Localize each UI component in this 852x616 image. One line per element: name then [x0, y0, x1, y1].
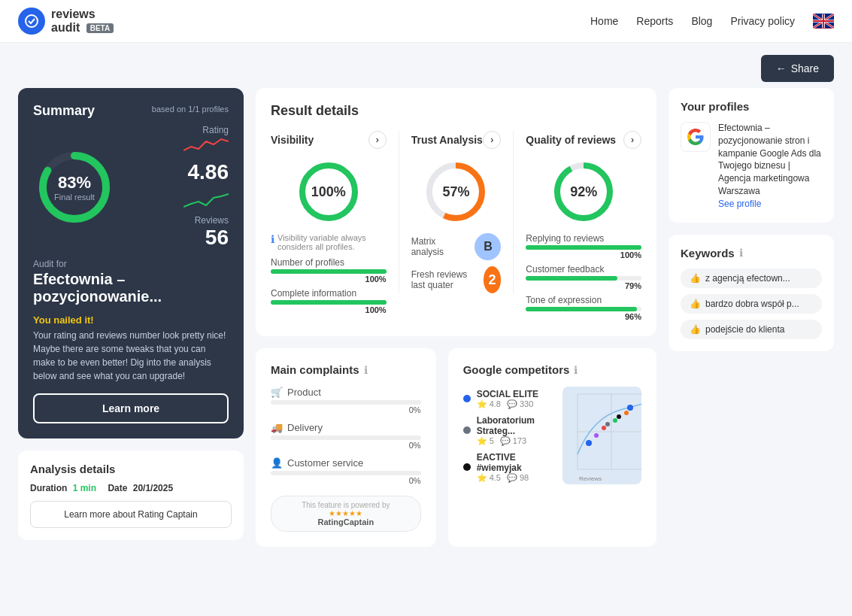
comp-dot-2: [463, 426, 471, 434]
rating-label: Rating: [183, 125, 229, 135]
summary-title: Summary: [33, 103, 95, 119]
replying-metric: Replying to reviews 100%: [526, 233, 641, 259]
complete-info-metric: Complete information 100%: [271, 288, 387, 314]
feedback-metric: Customer feedback 79%: [526, 264, 641, 290]
svg-point-30: [605, 422, 610, 426]
comp-dot-3: [463, 463, 471, 471]
keywords-title-row: Keywords ℹ: [681, 247, 822, 259]
audit-for-label: Audit for: [33, 259, 229, 269]
competitors-scatter-chart: Reviews Rating: [562, 387, 641, 484]
comp3-star: ⭐ 4.5: [477, 473, 501, 483]
share-label: Share: [791, 62, 819, 74]
final-result-donut: 83% Final result: [33, 146, 116, 229]
nav-privacy[interactable]: Privacy policy: [730, 15, 795, 27]
complaints-info-icon[interactable]: ℹ: [364, 364, 368, 376]
based-on-text: based on 1/1 profiles: [152, 105, 229, 114]
complaint-delivery: 🚚 Delivery 0%: [271, 422, 421, 450]
share-icon: ←: [776, 62, 787, 74]
nailed-desc: Your rating and reviews number look pret…: [33, 329, 229, 383]
comp2-star: ⭐ 5: [477, 436, 494, 446]
keyword-tag-1: 👍 z agencją efectown...: [681, 269, 822, 288]
comp-dot-1: [463, 395, 471, 402]
nav-blog[interactable]: Blog: [691, 15, 712, 27]
visibility-pct: 100%: [311, 184, 346, 199]
tone-metric: Tone of expression 96%: [526, 295, 641, 321]
summary-card: Summary based on 1/1 profiles 83% Final …: [18, 88, 244, 438]
visibility-title: Visibility ›: [271, 131, 387, 149]
result-details-card: Result details Visibility ›: [256, 88, 656, 336]
keyword-tags: 👍 z agencją efectown... 👍 bardzo dobra w…: [681, 269, 822, 339]
complaint-product: 🛒 Product 0%: [271, 387, 421, 414]
final-label: Final result: [54, 193, 95, 202]
visibility-metrics: Number of profiles 100% Complete informa…: [271, 257, 387, 314]
complaints-list: 🛒 Product 0% 🚚 Delivery 0%: [271, 387, 421, 485]
keywords-info-icon[interactable]: ℹ: [739, 247, 743, 259]
competitor-3: EACTIVE #wiemyjak ⭐ 4.5 💬 98: [463, 452, 554, 483]
comp3-reviews: 💬 98: [507, 473, 529, 483]
nav-reports[interactable]: Reports: [636, 15, 673, 27]
left-column: Summary based on 1/1 profiles 83% Final …: [18, 88, 244, 547]
competitors-layout: SOCIAL ELITE ⭐ 4.8 💬 330 Laboratorium St…: [463, 387, 641, 484]
reviews-sparkline: [183, 190, 229, 213]
visibility-note: ℹ Visibility variable always considers a…: [271, 233, 387, 251]
complaints-card: Main complaints ℹ 🛒 Product 0%: [256, 348, 436, 547]
comp1-star: ⭐ 4.8: [477, 399, 501, 409]
nav: Home Reports Blog Privacy policy: [590, 14, 834, 29]
share-button[interactable]: ← Share: [761, 55, 834, 82]
result-details-title: Result details: [271, 103, 641, 119]
rating-captain-link-button[interactable]: Learn more about Rating Captain: [30, 501, 232, 528]
visibility-section: Visibility › 100%: [271, 131, 387, 314]
nav-home[interactable]: Home: [590, 15, 618, 27]
competitor-1: SOCIAL ELITE ⭐ 4.8 💬 330: [463, 389, 554, 409]
keywords-title: Keywords: [681, 247, 735, 259]
logo-area: reviews audit BETA: [18, 8, 114, 35]
thumb-up-icon-2: 👍: [690, 299, 701, 309]
fresh-reviews-row: Fresh reviews last quater 2: [411, 266, 502, 293]
competitors-chart: Reviews Rating: [562, 387, 641, 484]
truck-icon: 🚚: [271, 422, 283, 433]
final-pct: 83%: [54, 173, 95, 193]
right-column: Your profiles Efectownia – pozycjonowani…: [669, 88, 834, 547]
trust-title: Trust Analysis ›: [411, 131, 502, 149]
competitors-card: Google competitors ℹ SOCIAL ELITE ⭐ 4.8 …: [448, 348, 656, 547]
matrix-class-badge: B: [475, 233, 501, 260]
summary-metrics: 83% Final result Rating 4.86: [33, 125, 229, 250]
reviews-label: Reviews: [183, 215, 229, 226]
result-grid: Visibility › 100%: [271, 131, 641, 321]
analysis-title: Analysis details: [30, 463, 232, 475]
profiles-title: Your profiles: [681, 100, 822, 113]
audit-name: Efectownia – pozycjonowanie...: [33, 271, 229, 305]
cart-icon: 🛒: [271, 387, 283, 398]
google-logo: [681, 122, 711, 152]
quality-pct: 92%: [570, 184, 597, 199]
rating-sparkline: [183, 135, 229, 158]
see-profile-link[interactable]: See profile: [718, 199, 761, 209]
middle-column: Result details Visibility ›: [256, 88, 656, 547]
duration-label: Duration: [30, 483, 67, 493]
comp-info-2: Laboratorium Strateg... ⭐ 5 💬 173: [477, 415, 554, 446]
competitors-info-icon[interactable]: ℹ: [574, 364, 578, 376]
audit-for: Audit for Efectownia – pozycjonowanie...: [33, 259, 229, 305]
complaints-title: Main complaints: [271, 363, 359, 376]
visibility-circle: 100%: [271, 158, 387, 226]
date-value: 20/1/2025: [133, 483, 173, 493]
learn-more-button[interactable]: Learn more: [33, 393, 229, 423]
complaints-title-row: Main complaints ℹ: [271, 363, 421, 376]
nailed-text: You nailed it!: [33, 314, 229, 326]
share-button-wrap: ← Share: [0, 43, 852, 88]
svg-point-0: [26, 15, 38, 27]
reviews-value: 56: [183, 226, 229, 250]
competitors-title: Google competitors: [463, 363, 570, 376]
beta-badge: BETA: [86, 23, 114, 33]
right-metrics: Rating 4.86 Reviews 56: [183, 125, 229, 250]
quality-section: Quality of reviews › 92%: [526, 131, 641, 321]
keyword-tag-2: 👍 bardzo dobra współ p...: [681, 294, 822, 314]
header: reviews audit BETA Home Reports Blog Pri…: [0, 0, 852, 43]
comp2-reviews: 💬 173: [500, 436, 526, 446]
trust-expand-button[interactable]: ›: [483, 131, 501, 149]
visibility-expand-button[interactable]: ›: [368, 131, 387, 149]
comp-info-1: SOCIAL ELITE ⭐ 4.8 💬 330: [477, 389, 554, 409]
quality-expand-button[interactable]: ›: [623, 131, 641, 149]
svg-point-27: [624, 411, 629, 415]
comp1-reviews: 💬 330: [507, 399, 533, 409]
